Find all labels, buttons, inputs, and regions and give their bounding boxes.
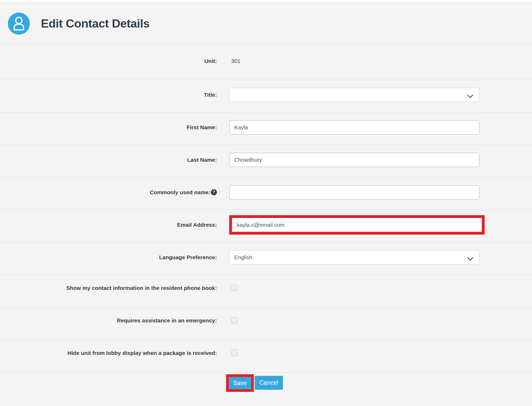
email-highlight-outline (229, 215, 485, 235)
lobby-label: Hide unit from lobby display when a pack… (0, 350, 217, 356)
emergency-row: Requires assistance in an emergency: (0, 307, 532, 340)
first-name-row: First Name: (0, 112, 532, 145)
save-highlight-outline: Save (226, 374, 254, 392)
email-input[interactable] (232, 218, 482, 232)
title-select[interactable] (229, 88, 479, 102)
actions-row: Save Cancel (0, 372, 532, 403)
language-label: Language Preference: (0, 254, 217, 261)
common-name-row: Commonly used name: ? (0, 177, 532, 210)
lobby-row: Hide unit from lobby display when a pack… (0, 340, 532, 372)
email-row: Email Address: (0, 210, 532, 242)
help-icon[interactable]: ? (211, 189, 217, 195)
last-name-label: Last Name: (0, 157, 217, 163)
unit-value: 301 (229, 58, 240, 64)
unit-row: Unit: 301 (0, 45, 532, 80)
last-name-row: Last Name: (0, 145, 532, 177)
email-label: Email Address: (0, 222, 217, 228)
phonebook-row: Show my contact information in the resid… (0, 275, 532, 307)
language-select-value: English (234, 254, 252, 261)
common-name-label: Commonly used name: (150, 189, 210, 196)
chevron-down-icon (467, 255, 473, 261)
contact-avatar (8, 13, 30, 35)
title-row: Title: (0, 80, 532, 112)
page-header: Edit Contact Details (0, 2, 532, 45)
edit-contact-panel: Edit Contact Details Unit: 301 Title: Fi… (0, 2, 532, 406)
lobby-checkbox[interactable] (231, 350, 238, 356)
language-select[interactable]: English (229, 250, 479, 264)
language-row: Language Preference: English (0, 242, 532, 275)
page-title: Edit Contact Details (41, 17, 150, 30)
first-name-input[interactable] (229, 120, 479, 134)
save-button[interactable]: Save (229, 377, 251, 389)
emergency-checkbox[interactable] (231, 317, 238, 324)
title-label: Title: (0, 92, 217, 98)
chevron-down-icon (467, 92, 473, 98)
emergency-label: Requires assistance in an emergency: (0, 317, 217, 324)
phonebook-label: Show my contact information in the resid… (0, 285, 217, 291)
phonebook-checkbox[interactable] (231, 285, 238, 291)
person-icon (8, 13, 30, 35)
last-name-input[interactable] (229, 153, 479, 167)
first-name-label: First Name: (0, 124, 217, 131)
cancel-button[interactable]: Cancel (255, 376, 283, 390)
unit-label: Unit: (0, 58, 217, 64)
common-name-input[interactable] (229, 185, 479, 199)
